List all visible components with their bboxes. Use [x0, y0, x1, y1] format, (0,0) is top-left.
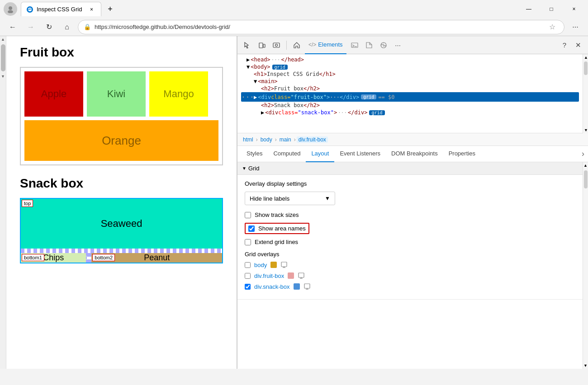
snack-box: top Seaweed bottom1 Chips bottom2 Peanut — [20, 198, 223, 263]
bc-div-fruit-box[interactable]: div.fruit-box — [297, 136, 328, 143]
show-area-names-label: Show area names — [258, 225, 306, 232]
line-labels-dropdown[interactable]: Hide line labels ▼ — [245, 192, 335, 205]
fruit-box: Apple Kiwi Mango Orange — [20, 67, 223, 165]
overlay-body-target-icon[interactable] — [280, 261, 288, 268]
dom-line-fruit-box[interactable]: ··· ▶ <div class= "fruit-box" > ··· </di… — [241, 92, 579, 102]
dom-scroll-up[interactable]: ▲ — [583, 54, 588, 61]
svg-point-6 — [275, 44, 278, 46]
page-content: Fruit box Apple Kiwi Mango Orange Snack … — [6, 36, 237, 369]
fruit-row: Apple Kiwi Mango — [24, 71, 218, 117]
sources-icon[interactable] — [363, 39, 375, 52]
tab-event-listeners[interactable]: Event Listeners — [334, 146, 386, 162]
svg-rect-11 — [281, 262, 287, 267]
tab-dom-breakpoints[interactable]: DOM Breakpoints — [386, 146, 443, 162]
tab-styles[interactable]: Styles — [241, 146, 268, 162]
fruit-box-grid-badge[interactable]: grid — [361, 94, 376, 99]
apple-cell: Apple — [24, 71, 83, 117]
overlay-snack-box-checkbox[interactable] — [245, 284, 251, 290]
close-button[interactable]: × — [564, 2, 584, 16]
layout-scroll-up[interactable]: ▲ — [583, 162, 588, 169]
more-options-button[interactable]: ··· — [568, 20, 583, 34]
grid-section-arrow: ▼ — [242, 166, 247, 171]
inspect-element-icon[interactable] — [241, 39, 254, 52]
layout-scroll-down[interactable]: ▼ — [583, 362, 588, 369]
url-bar[interactable]: 🔒 https://microsoftedge.github.io/Demos/… — [78, 20, 564, 34]
dom-scrollbar[interactable]: ▲ ▼ — [583, 54, 588, 133]
network-icon[interactable] — [377, 39, 390, 52]
console-icon[interactable] — [348, 39, 361, 52]
overlay-fruit-box-target-icon[interactable] — [298, 272, 305, 279]
overlay-snack-box-label: div.snack-box — [254, 283, 290, 290]
layout-scroll-thumb[interactable] — [584, 170, 588, 188]
expand-fruit-box[interactable]: ▶ — [254, 94, 257, 100]
dom-line-h2-fruit[interactable]: <h2> Fruit box </h2> — [241, 85, 579, 92]
main-area: ▲ ▼ Fruit box Apple Kiwi Mango Orange Sn… — [0, 36, 588, 369]
more-tools-icon[interactable]: ··· — [392, 39, 404, 52]
bottom1-area-label: bottom1 — [22, 254, 44, 261]
body-grid-badge[interactable]: grid — [272, 65, 288, 70]
scroll-thumb[interactable] — [1, 44, 5, 71]
page-scrollbar[interactable]: ▲ ▼ — [0, 36, 6, 369]
fruit-box-title: Fruit box — [20, 45, 223, 60]
active-tab[interactable]: Inspect CSS Grid × — [21, 2, 101, 16]
extend-grid-lines-checkbox[interactable] — [245, 239, 251, 245]
dom-scroll-down[interactable]: ▼ — [583, 127, 588, 133]
line-labels-dropdown-row: Hide line labels ▼ — [245, 192, 575, 205]
dom-line-main[interactable]: ▼ <main> — [241, 78, 579, 85]
bottom2-area-label: bottom2 — [92, 254, 115, 261]
more-tabs-icon[interactable]: › — [582, 149, 584, 159]
bc-main[interactable]: main — [278, 136, 293, 143]
snack-box-grid-badge[interactable]: grid — [369, 110, 384, 115]
device-toggle-icon[interactable] — [256, 39, 268, 52]
snack-top: top Seaweed — [21, 199, 222, 249]
tab-layout[interactable]: Layout — [306, 146, 334, 162]
home-devtools-icon[interactable] — [290, 39, 303, 52]
favorite-button[interactable]: ☆ — [546, 21, 559, 33]
grid-overlays-title: Grid overlays — [245, 251, 575, 258]
settings-icon[interactable]: ? — [558, 39, 571, 52]
toolbar-separator — [286, 41, 287, 50]
bc-html[interactable]: html — [241, 136, 255, 143]
overlay-snack-box-row: div.snack-box — [245, 283, 575, 290]
minimize-button[interactable]: — — [518, 2, 539, 16]
expand-head[interactable]: ▶ — [247, 56, 250, 63]
seaweed-label: Seaweed — [101, 218, 142, 230]
dom-line-body[interactable]: ▼ <body> grid — [241, 63, 579, 70]
dom-line-snack-box[interactable]: ▶ <div class= "snack-box" > ··· </div> g… — [241, 109, 579, 116]
grid-section-header[interactable]: ▼ Grid — [237, 162, 583, 175]
overlay-snack-box-target-icon[interactable] — [303, 283, 311, 290]
expand-body[interactable]: ▼ — [247, 64, 250, 70]
scroll-down-arrow[interactable]: ▼ — [0, 73, 6, 80]
svg-rect-3 — [259, 43, 263, 48]
dom-line-h1[interactable]: <h1> Inspect CSS Grid </h1> — [241, 70, 579, 78]
overlay-fruit-box-checkbox[interactable] — [245, 273, 251, 279]
expand-main[interactable]: ▼ — [254, 78, 257, 85]
devtools-panel: </> Elements ··· ? ✕ — [237, 36, 588, 369]
elements-panel-tab[interactable]: </> Elements — [305, 36, 346, 54]
reload-button[interactable]: ↻ — [42, 20, 56, 34]
dom-line-h2-snack[interactable]: <h2> Snack box </h2> — [241, 102, 579, 109]
show-track-sizes-checkbox[interactable] — [245, 212, 251, 218]
bc-body[interactable]: body — [259, 136, 274, 143]
expand-snack-box[interactable]: ▶ — [261, 109, 264, 116]
home-button[interactable]: ⌂ — [60, 20, 74, 34]
profile-icon[interactable] — [4, 2, 17, 16]
close-devtools-icon[interactable]: ✕ — [572, 39, 584, 52]
tab-computed[interactable]: Computed — [268, 146, 306, 162]
dom-line-head[interactable]: ▶ <head> ··· </head> — [241, 56, 579, 63]
layout-panel-scrollbar[interactable]: ▲ ▼ — [583, 162, 588, 369]
tab-properties[interactable]: Properties — [443, 146, 481, 162]
show-area-names-checkbox[interactable] — [248, 225, 255, 232]
tab-close-button[interactable]: × — [87, 5, 95, 14]
extend-grid-lines-row: Extend grid lines — [245, 239, 575, 245]
new-tab-button[interactable]: + — [103, 2, 117, 16]
dom-scroll-thumb[interactable] — [584, 61, 588, 75]
scroll-up-arrow[interactable]: ▲ — [0, 36, 6, 42]
url-text: https://microsoftedge.github.io/Demos/de… — [95, 23, 542, 30]
forward-button[interactable]: → — [24, 20, 38, 34]
chips-label: Chips — [43, 253, 64, 263]
maximize-button[interactable]: □ — [541, 2, 562, 16]
overlay-body-checkbox[interactable] — [245, 262, 251, 268]
back-button[interactable]: ← — [5, 20, 20, 34]
screenshot-icon[interactable] — [270, 39, 283, 52]
